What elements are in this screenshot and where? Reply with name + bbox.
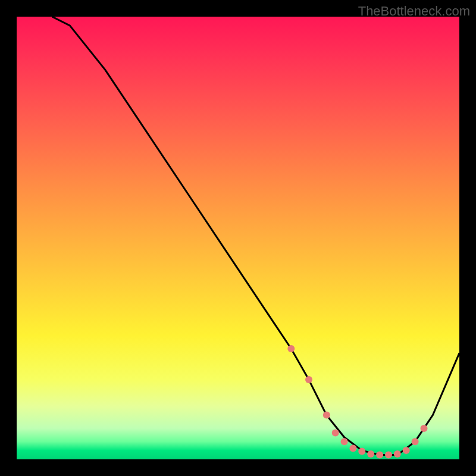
highlight-dot [332, 429, 339, 436]
highlight-dot [287, 345, 295, 352]
highlight-dot [349, 444, 356, 452]
plot-area [17, 17, 459, 459]
highlight-dot [385, 452, 392, 459]
highlight-dot [403, 447, 410, 454]
highlight-dot [376, 452, 383, 459]
highlight-dot [358, 448, 365, 455]
marker-group [287, 345, 427, 459]
highlight-dot [367, 450, 374, 458]
chart-svg [17, 17, 459, 459]
highlight-dot [412, 438, 419, 445]
highlight-dot [341, 438, 348, 445]
curve-line [52, 17, 460, 455]
highlight-dot [394, 450, 401, 458]
highlight-dot [305, 376, 312, 383]
watermark-text: TheBottleneck.com [358, 4, 470, 19]
curve-path-group [52, 17, 460, 455]
highlight-dot [421, 425, 428, 432]
highlight-dot [323, 412, 330, 419]
